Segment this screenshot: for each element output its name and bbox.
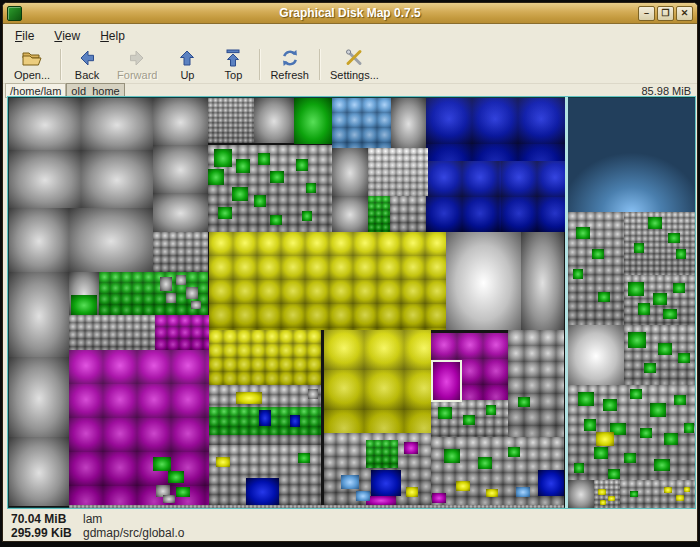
- treemap-cell[interactable]: [676, 249, 686, 259]
- treemap-cell[interactable]: [406, 487, 418, 497]
- treemap-cell[interactable]: [658, 343, 672, 355]
- treemap-cell[interactable]: [209, 330, 321, 385]
- treemap-cell[interactable]: [598, 292, 610, 302]
- treemap-cell[interactable]: [368, 196, 390, 232]
- treemap-cell[interactable]: [236, 159, 250, 173]
- treemap-cell[interactable]: [232, 187, 248, 201]
- treemap-cell[interactable]: [69, 208, 153, 272]
- menu-help[interactable]: Help: [92, 26, 133, 46]
- treemap-cell[interactable]: [684, 423, 694, 433]
- treemap-cell[interactable]: [341, 475, 359, 489]
- treemap-cell[interactable]: [254, 195, 266, 207]
- treemap-cell[interactable]: [634, 243, 644, 253]
- treemap-cell[interactable]: [166, 293, 176, 303]
- treemap-cell[interactable]: [390, 196, 426, 232]
- treemap-cell[interactable]: [628, 332, 646, 348]
- treemap-cell[interactable]: [9, 208, 69, 272]
- treemap-cell[interactable]: [486, 405, 496, 415]
- treemap-cell[interactable]: [270, 171, 284, 183]
- treemap-cell[interactable]: [508, 447, 520, 457]
- treemap-cell[interactable]: [521, 232, 564, 330]
- treemap-cell[interactable]: [518, 397, 530, 407]
- treemap-cell[interactable]: [153, 145, 208, 193]
- treemap-cell[interactable]: [81, 98, 153, 150]
- menu-file[interactable]: File: [7, 26, 42, 46]
- treemap-cell[interactable]: [438, 407, 452, 419]
- treemap-cell[interactable]: [644, 363, 656, 373]
- treemap-cell[interactable]: [153, 457, 171, 471]
- treemap-cell[interactable]: [208, 98, 254, 143]
- treemap-cell[interactable]: [584, 419, 596, 431]
- treemap-cell[interactable]: [214, 149, 232, 167]
- treemap-cell[interactable]: [296, 159, 308, 171]
- treemap-cell[interactable]: [308, 389, 318, 399]
- treemap-cell[interactable]: [594, 447, 608, 459]
- treemap-cell[interactable]: [236, 392, 262, 404]
- treemap-cell[interactable]: [254, 98, 294, 143]
- treemap-cell[interactable]: [664, 433, 678, 445]
- treemap-cell[interactable]: [446, 232, 521, 330]
- treemap-cell[interactable]: [673, 283, 685, 293]
- treemap-cell[interactable]: [478, 457, 492, 469]
- treemap-cell[interactable]: [432, 493, 446, 503]
- treemap-cell[interactable]: [668, 233, 680, 243]
- up-button[interactable]: Up: [164, 46, 210, 83]
- close-button[interactable]: ✕: [676, 6, 693, 21]
- treemap-cell[interactable]: [463, 415, 475, 425]
- treemap-cell[interactable]: [216, 457, 230, 467]
- treemap-cell[interactable]: [568, 480, 594, 508]
- treemap-cell-selected[interactable]: [432, 361, 461, 401]
- treemap-cell[interactable]: [332, 98, 391, 148]
- treemap-cell[interactable]: [69, 315, 155, 350]
- treemap-cell[interactable]: [366, 440, 398, 468]
- treemap-cell[interactable]: [486, 489, 498, 497]
- treemap-cell[interactable]: [186, 287, 198, 299]
- treemap-cell[interactable]: [574, 463, 584, 473]
- treemap-cell[interactable]: [456, 481, 470, 491]
- treemap-cell[interactable]: [568, 98, 695, 212]
- treemap-cell[interactable]: [155, 315, 215, 350]
- treemap-cell[interactable]: [630, 491, 638, 497]
- treemap-cell[interactable]: [9, 150, 81, 208]
- treemap-cell[interactable]: [191, 301, 201, 309]
- treemap-cell[interactable]: [176, 275, 186, 285]
- treemap-cell[interactable]: [600, 500, 606, 505]
- treemap-cell[interactable]: [324, 330, 431, 433]
- treemap-cell[interactable]: [426, 98, 571, 161]
- treemap-cell[interactable]: [664, 487, 672, 493]
- treemap-cell[interactable]: [638, 303, 650, 315]
- treemap-cell[interactable]: [69, 350, 215, 505]
- treemap-cell[interactable]: [578, 392, 594, 406]
- treemap-cell[interactable]: [356, 491, 370, 501]
- open-button[interactable]: Open...: [7, 46, 57, 83]
- treemap-cell[interactable]: [501, 161, 571, 232]
- minimize-button[interactable]: –: [638, 6, 655, 21]
- treemap-cell[interactable]: [298, 453, 310, 463]
- settings-button[interactable]: Settings...: [323, 46, 386, 83]
- treemap-cell[interactable]: [628, 282, 644, 296]
- treemap-cell[interactable]: [294, 98, 332, 144]
- treemap-cell[interactable]: [368, 148, 428, 196]
- treemap-cell[interactable]: [684, 487, 690, 492]
- treemap-cell[interactable]: [366, 496, 396, 505]
- treemap[interactable]: [7, 96, 696, 509]
- titlebar[interactable]: Graphical Disk Map 0.7.5 –❐✕: [3, 3, 697, 24]
- treemap-cell[interactable]: [444, 449, 460, 463]
- treemap-cell[interactable]: [674, 395, 686, 405]
- treemap-cell[interactable]: [71, 295, 97, 315]
- treemap-cell[interactable]: [538, 470, 564, 496]
- treemap-cell[interactable]: [678, 353, 690, 363]
- treemap-cell[interactable]: [576, 227, 590, 239]
- treemap-cell[interactable]: [9, 437, 69, 506]
- back-button[interactable]: Back: [64, 46, 110, 83]
- treemap-cell[interactable]: [69, 505, 564, 508]
- treemap-cell[interactable]: [290, 415, 300, 427]
- treemap-cell[interactable]: [270, 215, 282, 225]
- treemap-cell[interactable]: [663, 309, 677, 319]
- treemap-cell[interactable]: [568, 325, 624, 385]
- treemap-cell[interactable]: [246, 478, 279, 505]
- treemap-cell[interactable]: [176, 487, 190, 497]
- treemap-cell[interactable]: [332, 148, 368, 196]
- treemap-cell[interactable]: [209, 232, 446, 330]
- treemap-cell[interactable]: [153, 98, 208, 145]
